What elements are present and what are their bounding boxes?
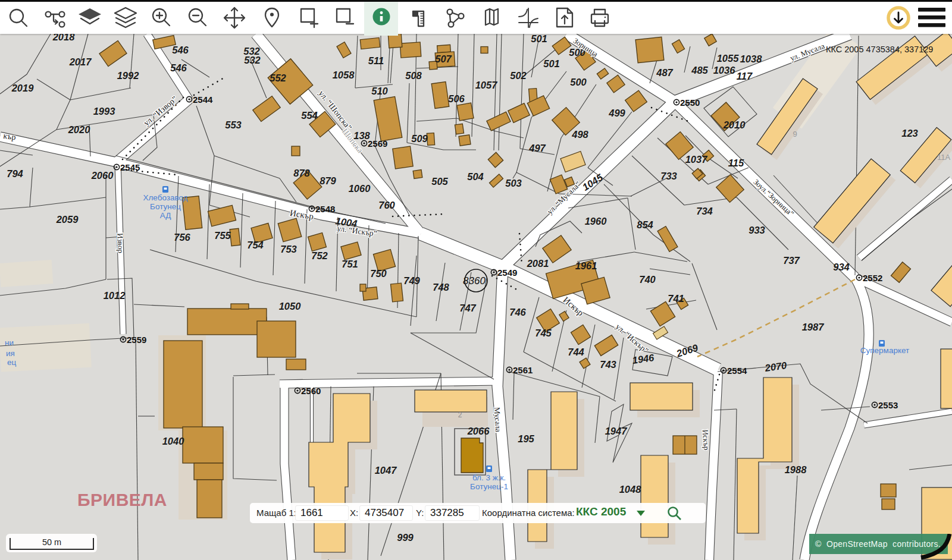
- svg-text:1038: 1038: [740, 54, 763, 64]
- svg-text:2019: 2019: [11, 83, 35, 93]
- svg-text:751: 751: [342, 259, 358, 269]
- svg-text:748: 748: [433, 282, 449, 292]
- svg-text:2544: 2544: [193, 95, 213, 105]
- svg-text:754: 754: [247, 240, 264, 250]
- svg-text:746: 746: [509, 307, 526, 317]
- svg-text:1960: 1960: [585, 216, 607, 226]
- svg-text:504: 504: [467, 171, 484, 182]
- svg-text:509: 509: [411, 133, 428, 144]
- svg-text:485: 485: [691, 65, 708, 75]
- svg-text:2560: 2560: [301, 386, 321, 396]
- svg-text:2559: 2559: [127, 335, 146, 345]
- svg-text:511: 511: [368, 55, 384, 66]
- svg-text:749: 749: [403, 275, 420, 286]
- svg-text:497: 497: [528, 143, 546, 153]
- svg-text:752: 752: [311, 250, 328, 261]
- svg-text:743: 743: [600, 359, 616, 370]
- svg-text:115: 115: [728, 158, 744, 168]
- svg-text:2066: 2066: [467, 426, 490, 436]
- svg-text:1058: 1058: [333, 70, 355, 80]
- svg-text:2081: 2081: [527, 258, 549, 269]
- svg-text:507: 507: [435, 54, 452, 64]
- svg-text:753: 753: [280, 244, 297, 254]
- svg-text:1050: 1050: [279, 301, 302, 312]
- svg-text:854: 854: [637, 219, 653, 230]
- svg-text:508: 508: [405, 70, 422, 81]
- svg-text:546: 546: [172, 45, 189, 55]
- svg-text:кър: кър: [3, 131, 17, 142]
- svg-text:794: 794: [7, 168, 23, 179]
- svg-text:760: 760: [378, 200, 395, 210]
- svg-text:506: 506: [448, 93, 465, 104]
- svg-text:2060: 2060: [91, 170, 114, 181]
- svg-text:747: 747: [459, 303, 476, 313]
- svg-text:50 m: 50 m: [42, 537, 61, 547]
- svg-text:934: 934: [833, 262, 850, 272]
- svg-text:2569: 2569: [368, 139, 387, 149]
- svg-text:734: 734: [696, 206, 713, 216]
- svg-text:2545: 2545: [120, 162, 140, 172]
- svg-text:879: 879: [320, 175, 336, 186]
- svg-text:744: 744: [568, 347, 584, 357]
- svg-text:2561: 2561: [513, 365, 533, 375]
- svg-text:2017: 2017: [69, 56, 92, 67]
- svg-text:745: 745: [535, 328, 552, 338]
- svg-text:1012: 1012: [104, 290, 126, 301]
- svg-text:510: 510: [371, 86, 388, 96]
- svg-text:9: 9: [793, 130, 797, 139]
- svg-text:546: 546: [170, 62, 187, 73]
- svg-text:552: 552: [270, 73, 286, 83]
- svg-text:733: 733: [660, 171, 677, 181]
- svg-text:ец: ец: [7, 358, 17, 367]
- svg-text:755: 755: [214, 230, 231, 241]
- svg-text:Искър: Искър: [701, 429, 711, 451]
- svg-text:2550: 2550: [680, 97, 700, 108]
- svg-text:750: 750: [370, 268, 387, 279]
- svg-text:502: 502: [510, 70, 527, 81]
- svg-text:1947: 1947: [605, 426, 628, 436]
- svg-text:1987: 1987: [802, 322, 825, 332]
- svg-text:2552: 2552: [863, 273, 882, 283]
- svg-text:1988: 1988: [785, 464, 807, 475]
- svg-text:2010: 2010: [723, 119, 746, 130]
- svg-text:500: 500: [570, 77, 587, 87]
- svg-text:741: 741: [668, 293, 684, 304]
- svg-text:ни: ни: [5, 338, 14, 347]
- svg-text:11А: 11А: [937, 153, 950, 162]
- svg-text:740: 740: [639, 274, 656, 285]
- svg-text:999: 999: [397, 532, 414, 543]
- svg-text:195: 195: [518, 433, 534, 444]
- svg-text:123: 123: [901, 128, 918, 139]
- svg-text:8360: 8360: [463, 275, 486, 287]
- svg-text:1060: 1060: [349, 183, 371, 194]
- svg-text:1992: 1992: [117, 70, 139, 81]
- svg-text:117: 117: [737, 71, 753, 81]
- svg-text:933: 933: [749, 225, 765, 235]
- svg-text:2020: 2020: [68, 124, 91, 135]
- svg-text:1036: 1036: [713, 65, 736, 75]
- svg-text:1040: 1040: [162, 436, 185, 446]
- svg-text:Хлебозавод: Хлебозавод: [143, 193, 187, 202]
- svg-text:554: 554: [301, 110, 318, 121]
- svg-text:1993: 1993: [93, 106, 115, 117]
- svg-text:Супермаркет: Супермаркет: [860, 346, 909, 355]
- svg-text:503: 503: [505, 178, 522, 188]
- svg-text:2: 2: [458, 411, 462, 419]
- svg-text:505: 505: [431, 176, 448, 187]
- svg-text:АД: АД: [160, 211, 171, 220]
- svg-text:1057: 1057: [475, 80, 498, 90]
- svg-text:501: 501: [543, 58, 560, 69]
- svg-text:Мусала: Мусала: [493, 407, 503, 433]
- svg-text:1047: 1047: [375, 465, 397, 476]
- svg-text:498: 498: [571, 129, 588, 140]
- svg-text:499: 499: [608, 108, 625, 118]
- svg-text:Извор: Извор: [115, 233, 125, 253]
- svg-text:ия: ия: [6, 349, 15, 358]
- svg-text:2549: 2549: [497, 268, 517, 278]
- svg-text:487: 487: [656, 67, 673, 78]
- svg-text:1961: 1961: [575, 260, 597, 271]
- svg-text:Ботунец-1: Ботунец-1: [470, 482, 508, 491]
- svg-text:1037: 1037: [685, 154, 708, 165]
- svg-text:2554: 2554: [727, 366, 747, 376]
- svg-text:Ботунец: Ботунец: [150, 202, 181, 211]
